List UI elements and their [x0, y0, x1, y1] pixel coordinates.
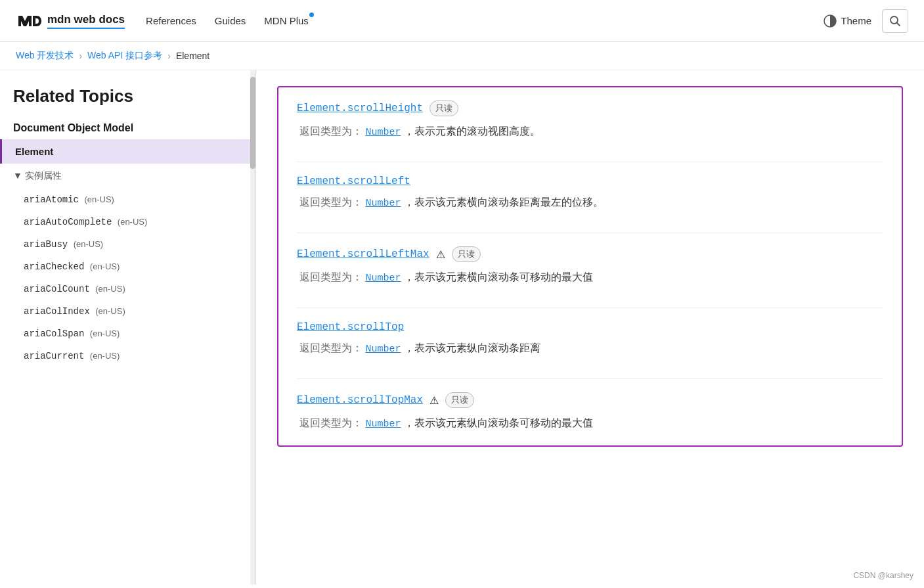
breadcrumb: Web 开发技术 › Web API 接口参考 › Element	[0, 42, 924, 70]
divider-3	[297, 307, 883, 308]
warning-icon-scrollTopMax: ⚠	[429, 394, 439, 407]
property-desc-scrollTop: 返回类型为： Number ，表示该元素纵向滚动条距离	[297, 340, 883, 357]
item-label: ariaChecked	[24, 261, 84, 272]
property-scrollLeft: Element.scrollLeft 返回类型为： Number ，表示该元素横…	[297, 175, 883, 212]
mdn-logo-icon	[16, 12, 42, 30]
type-link-scrollLeftMax[interactable]: Number	[365, 273, 401, 284]
property-desc-scrollTopMax: 返回类型为： Number ，表示该元素纵向滚动条可移动的最大值	[297, 415, 883, 432]
scroll-track[interactable]	[250, 70, 255, 585]
breadcrumb-item-0[interactable]: Web 开发技术	[16, 50, 74, 62]
mdn-plus-notification-dot	[309, 12, 314, 17]
site-header: mdn web docs References Guides MDN Plus …	[0, 0, 924, 42]
property-header-scrollLeftMax: Element.scrollLeftMax ⚠ 只读	[297, 246, 883, 262]
divider-2	[297, 233, 883, 233]
property-scrollHeight: Element.scrollHeight 只读 返回类型为： Number ，表…	[297, 101, 883, 141]
scroll-thumb[interactable]	[250, 77, 255, 169]
header-right: Theme	[824, 9, 908, 33]
item-suffix: (en-US)	[74, 239, 104, 249]
item-label: ariaColIndex	[24, 306, 90, 317]
sidebar-item-ariaAtomic[interactable]: ariaAtomic (en-US)	[0, 189, 255, 211]
badge-readonly-scrollLeftMax: 只读	[452, 246, 481, 262]
theme-label: Theme	[841, 15, 871, 26]
main-content: Element.scrollHeight 只读 返回类型为： Number ，表…	[256, 70, 924, 585]
sidebar-item-element[interactable]: Element	[0, 139, 255, 164]
divider-1	[297, 162, 883, 162]
property-name-scrollHeight[interactable]: Element.scrollHeight	[297, 102, 423, 114]
property-desc-scrollHeight: 返回类型为： Number ，表示元素的滚动视图高度。	[297, 123, 883, 141]
search-button[interactable]	[882, 9, 908, 33]
property-header-scrollTopMax: Element.scrollTopMax ⚠ 只读	[297, 392, 883, 408]
sidebar-title: Related Topics	[0, 81, 255, 117]
search-icon	[889, 15, 901, 27]
breadcrumb-sep-0: ›	[79, 51, 82, 61]
sidebar-section-title: Document Object Model	[0, 117, 255, 139]
item-suffix: (en-US)	[90, 351, 120, 361]
property-name-scrollLeft[interactable]: Element.scrollLeft	[297, 175, 410, 187]
nav-guides[interactable]: Guides	[215, 15, 246, 26]
property-card: Element.scrollHeight 只读 返回类型为： Number ，表…	[277, 86, 903, 447]
property-scrollTopMax: Element.scrollTopMax ⚠ 只读 返回类型为： Number …	[297, 392, 883, 432]
nav-references[interactable]: References	[146, 15, 196, 26]
property-name-scrollLeftMax[interactable]: Element.scrollLeftMax	[297, 248, 429, 260]
type-link-scrollTop[interactable]: Number	[365, 344, 401, 355]
theme-icon	[824, 14, 837, 28]
nav-mdn-plus[interactable]: MDN Plus	[264, 15, 309, 26]
item-label: ariaCurrent	[24, 351, 84, 361]
item-suffix: (en-US)	[84, 194, 114, 204]
sidebar-item-ariaChecked[interactable]: ariaChecked (en-US)	[0, 256, 255, 278]
breadcrumb-item-1[interactable]: Web API 接口参考	[87, 50, 162, 62]
item-suffix: (en-US)	[95, 306, 125, 316]
theme-button[interactable]: Theme	[824, 14, 871, 28]
sidebar-item-ariaAutoComplete[interactable]: ariaAutoComplete (en-US)	[0, 211, 255, 233]
type-link-scrollHeight[interactable]: Number	[365, 127, 401, 138]
item-suffix: (en-US)	[90, 328, 120, 338]
item-suffix: (en-US)	[95, 284, 125, 294]
type-link-scrollLeft[interactable]: Number	[365, 198, 401, 209]
sidebar-item-ariaColIndex[interactable]: ariaColIndex (en-US)	[0, 300, 255, 323]
breadcrumb-sep-1: ›	[167, 51, 171, 61]
sidebar: Related Topics Document Object Model Ele…	[0, 70, 256, 585]
logo-link[interactable]: mdn web docs	[16, 12, 125, 30]
property-scrollTop: Element.scrollTop 返回类型为： Number ，表示该元素纵向…	[297, 321, 883, 357]
item-label: ariaAtomic	[24, 194, 79, 205]
main-nav: References Guides MDN Plus	[146, 15, 803, 26]
breadcrumb-item-2: Element	[176, 51, 209, 61]
property-header-scrollTop: Element.scrollTop	[297, 321, 883, 333]
property-name-scrollTop[interactable]: Element.scrollTop	[297, 321, 404, 333]
property-header-scrollHeight: Element.scrollHeight 只读	[297, 101, 883, 116]
watermark: CSDN @karshey	[853, 571, 913, 580]
property-desc-scrollLeft: 返回类型为： Number ，表示该元素横向滚动条距离最左的位移。	[297, 194, 883, 212]
item-label: ariaBusy	[24, 239, 68, 250]
property-scrollLeftMax: Element.scrollLeftMax ⚠ 只读 返回类型为： Number…	[297, 246, 883, 286]
item-suffix: (en-US)	[90, 261, 120, 271]
divider-4	[297, 378, 883, 379]
item-label: ariaColSpan	[24, 328, 84, 339]
type-link-scrollTopMax[interactable]: Number	[365, 418, 401, 430]
sidebar-subsection-header[interactable]: ▼ 实例属性	[0, 164, 255, 189]
sidebar-item-ariaColCount[interactable]: ariaColCount (en-US)	[0, 278, 255, 300]
property-name-scrollTopMax[interactable]: Element.scrollTopMax	[297, 394, 423, 406]
sidebar-item-ariaCurrent[interactable]: ariaCurrent (en-US)	[0, 345, 255, 367]
property-desc-scrollLeftMax: 返回类型为： Number ，表示该元素横向滚动条可移动的最大值	[297, 269, 883, 286]
item-label: ariaAutoComplete	[24, 217, 112, 227]
property-header-scrollLeft: Element.scrollLeft	[297, 175, 883, 187]
badge-readonly-scrollHeight: 只读	[429, 101, 458, 116]
item-label: ariaColCount	[24, 284, 90, 294]
sidebar-item-ariaBusy[interactable]: ariaBusy (en-US)	[0, 233, 255, 256]
warning-icon-scrollLeftMax: ⚠	[436, 248, 445, 261]
main-layout: Related Topics Document Object Model Ele…	[0, 70, 924, 585]
logo-text: mdn web docs	[47, 13, 125, 26]
logo-underline	[47, 28, 125, 29]
sidebar-item-ariaColSpan[interactable]: ariaColSpan (en-US)	[0, 323, 255, 345]
item-suffix: (en-US)	[118, 217, 148, 227]
badge-readonly-scrollTopMax: 只读	[445, 392, 474, 408]
svg-line-2	[897, 22, 900, 26]
subsection-label: ▼ 实例属性	[13, 170, 62, 182]
